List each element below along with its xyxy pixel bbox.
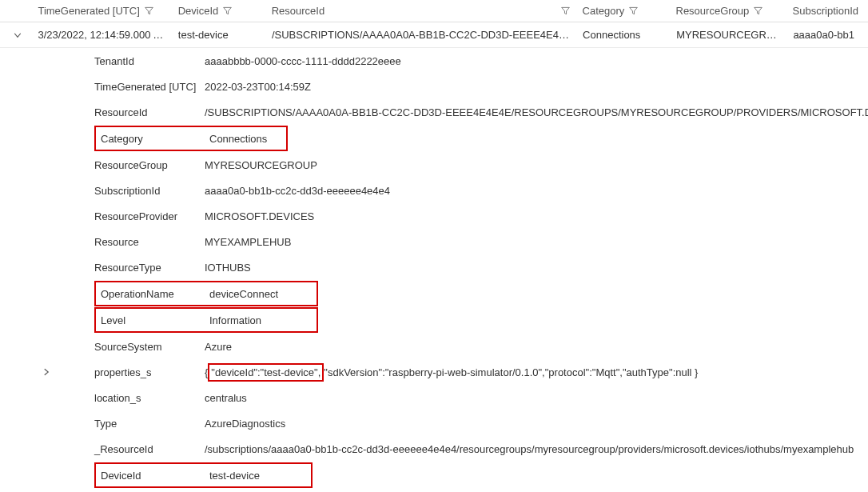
filter-icon[interactable]	[145, 6, 153, 15]
detail-value: aaaa0a0-bb1b-cc2c-dd3d-eeeeee4e4e4	[201, 185, 868, 197]
detail-value: Connections	[206, 133, 286, 145]
detail-key: ResourceId	[93, 105, 149, 120]
detail-key: properties_s	[93, 365, 153, 380]
column-header-resourcegroup[interactable]: ResourceGroup	[670, 5, 786, 17]
filter-icon[interactable]	[629, 6, 638, 15]
cell-timegenerated: 3/23/2022, 12:14:59.000 AM	[31, 29, 171, 41]
cell-category: Connections	[576, 29, 670, 41]
column-header-timegenerated[interactable]: TimeGenerated [UTC]	[31, 5, 171, 17]
detail-row-resourcegroup: ResourceGroup MYRESOURCEGROUP	[32, 152, 868, 178]
detail-value: test-device	[206, 470, 311, 482]
column-header-category[interactable]: Category	[576, 5, 670, 17]
detail-row-subscriptionid: SubscriptionId aaaa0a0-bb1b-cc2c-dd3d-ee…	[32, 178, 868, 203]
detail-key: SubscriptionId	[93, 183, 161, 198]
detail-key: TimeGenerated [UTC]	[93, 79, 197, 94]
detail-value: MICROSOFT.DEVICES	[201, 210, 868, 222]
detail-key: SourceSystem	[93, 339, 164, 354]
detail-value: deviceConnect	[206, 288, 317, 300]
column-label: Category	[583, 5, 625, 17]
detail-key: _ResourceId	[93, 442, 155, 457]
cell-deviceid: test-device	[172, 29, 265, 41]
detail-key: location_s	[93, 390, 143, 406]
column-header-deviceid[interactable]: DeviceId	[172, 5, 265, 17]
detail-row-_resourceid: _ResourceId /subscriptions/aaaa0a0-bb1b-…	[32, 436, 868, 462]
column-header-subscriptionid[interactable]: SubscriptionId	[786, 5, 865, 17]
detail-row-properties_s: properties_s {"deviceId":"test-device","…	[32, 359, 868, 385]
detail-row-location_s: location_s centralus	[32, 385, 868, 410]
detail-key: Category	[99, 131, 145, 146]
detail-value: /subscriptions/aaaa0a0-bb1b-cc2c-dd3d-ee…	[201, 443, 868, 455]
detail-row-operationname: OperationName deviceConnect	[94, 281, 318, 306]
detail-row-deviceid: DeviceId test-device	[94, 462, 313, 488]
detail-key: DeviceId	[99, 468, 143, 483]
detail-value: IOTHUBS	[201, 262, 868, 274]
detail-row-resource: Resource MYEXAMPLEHUB	[32, 229, 868, 254]
detail-row-sourcesystem: SourceSystem Azure	[32, 334, 868, 359]
detail-row-resourceid: ResourceId /SUBSCRIPTIONS/AAAA0A0A-BB1B-…	[32, 99, 868, 125]
results-column-headers: TimeGenerated [UTC] DeviceId ResourceId …	[0, 0, 868, 22]
detail-row-level: Level Information	[94, 307, 318, 333]
row-expander[interactable]	[32, 367, 61, 377]
detail-key: ResourceProvider	[93, 209, 179, 224]
detail-row-type: Type AzureDiagnostics	[32, 410, 868, 436]
detail-value: 2022-03-23T00:14:59Z	[201, 81, 868, 93]
detail-key: Level	[99, 313, 127, 328]
log-details-panel: TenantId aaaabbbb-0000-cccc-1111-dddd222…	[0, 48, 868, 488]
detail-value: aaaabbbb-0000-cccc-1111-dddd2222eeee	[201, 55, 868, 67]
column-header-resourceid[interactable]: ResourceId	[265, 5, 576, 17]
detail-row-category: Category Connections	[94, 126, 288, 151]
column-label: ResourceGroup	[676, 5, 750, 17]
detail-key: ResourceGroup	[93, 158, 169, 173]
cell-subscriptionid: aaaa0a0-bb1	[786, 29, 865, 41]
detail-key: Type	[93, 416, 118, 431]
detail-value: MYRESOURCEGROUP	[201, 159, 868, 171]
detail-row-resourceprovider: ResourceProvider MICROSOFT.DEVICES	[32, 203, 868, 229]
column-label: ResourceId	[272, 5, 325, 17]
column-label: DeviceId	[178, 5, 219, 17]
detail-row-timegenerated: TimeGenerated [UTC] 2022-03-23T00:14:59Z	[32, 74, 868, 99]
filter-icon[interactable]	[561, 6, 570, 15]
chevron-right-icon	[42, 367, 51, 377]
detail-key: Resource	[93, 234, 141, 250]
filter-icon[interactable]	[223, 6, 232, 15]
chevron-down-icon	[13, 30, 22, 40]
detail-value: Information	[206, 314, 317, 326]
detail-value: AzureDiagnostics	[201, 418, 868, 430]
json-highlight-deviceid: "deviceId":"test-device",	[208, 363, 324, 382]
log-result-row[interactable]: 3/23/2022, 12:14:59.000 AM test-device /…	[0, 22, 868, 48]
detail-row-tenantid: TenantId aaaabbbb-0000-cccc-1111-dddd222…	[32, 48, 868, 74]
detail-key: OperationName	[99, 286, 176, 302]
detail-row-resourcetype: ResourceType IOTHUBS	[32, 254, 868, 280]
cell-resourceid: /SUBSCRIPTIONS/AAAA0A0A-BB1B-CC2C-DD3D-E…	[265, 29, 576, 41]
detail-value: MYEXAMPLEHUB	[201, 236, 868, 248]
column-label: TimeGenerated [UTC]	[38, 5, 139, 17]
column-label: SubscriptionId	[793, 5, 858, 17]
detail-value: {"deviceId":"test-device","sdkVersion":"…	[201, 363, 868, 382]
row-expander[interactable]	[3, 30, 31, 40]
detail-value: centralus	[201, 392, 868, 404]
detail-value: Azure	[201, 341, 868, 353]
detail-key: TenantId	[93, 54, 136, 69]
filter-icon[interactable]	[754, 6, 762, 15]
cell-resourcegroup: MYRESOURCEGROUP	[670, 29, 786, 41]
detail-key: ResourceType	[93, 260, 163, 275]
json-post: "sdkVersion":"raspberry-pi-web-simulator…	[324, 366, 698, 378]
detail-value: /SUBSCRIPTIONS/AAAA0A0A-BB1B-CC2C-DD3D-E…	[201, 106, 868, 118]
